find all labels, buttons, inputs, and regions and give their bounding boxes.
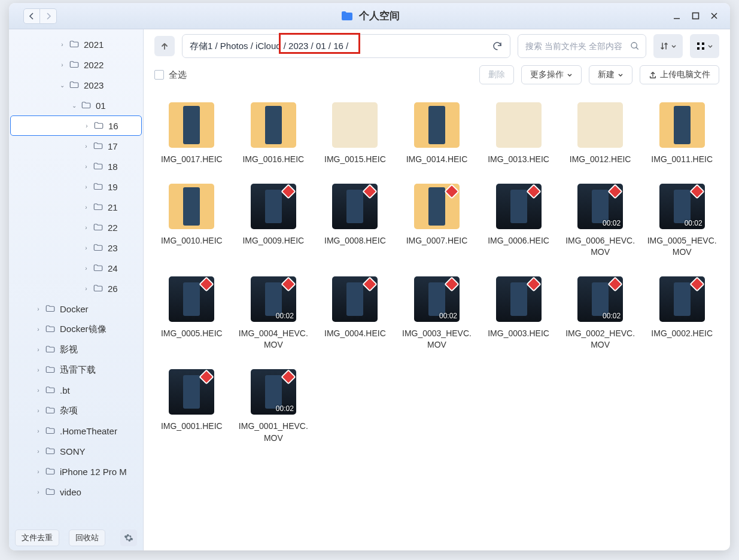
thumbnail: [251, 184, 296, 229]
select-all[interactable]: 全选: [154, 69, 187, 81]
expand-arrow-icon[interactable]: ⌄: [58, 82, 66, 89]
expand-arrow-icon[interactable]: ›: [34, 407, 42, 414]
recycle-button[interactable]: 回收站: [69, 529, 105, 546]
minimize-button[interactable]: [673, 12, 681, 20]
file-item[interactable]: 00:02IMG_0001_HEVC.MOV: [233, 369, 315, 444]
file-item[interactable]: IMG_0016.HEIC: [233, 102, 315, 166]
file-name: IMG_0006.HEIC: [488, 235, 549, 247]
tree-item-18[interactable]: ›18: [10, 156, 142, 176]
expand-arrow-icon[interactable]: ›: [58, 62, 66, 68]
back-button[interactable]: [23, 8, 40, 24]
expand-arrow-icon[interactable]: ›: [82, 143, 90, 150]
file-name: IMG_0011.HEIC: [651, 154, 713, 166]
delete-button[interactable]: 删除: [479, 65, 514, 84]
file-item[interactable]: 00:02IMG_0006_HEVC.MOV: [559, 184, 641, 258]
close-button[interactable]: [710, 12, 718, 20]
settings-button[interactable]: [120, 529, 137, 546]
path-box[interactable]: 存储1 / Photos / iCloud / 2023 / 01 / 16 /: [182, 34, 510, 58]
duration-label: 00:02: [276, 404, 294, 413]
sort-button[interactable]: [653, 34, 683, 58]
tree-item-2023[interactable]: ⌄2023: [10, 75, 142, 95]
tree-item-01[interactable]: ⌄01: [10, 95, 142, 115]
file-item[interactable]: 00:02IMG_0003_HEVC.MOV: [396, 276, 478, 351]
file-item[interactable]: IMG_0004.HEIC: [314, 276, 396, 351]
tree-item-21[interactable]: ›21: [10, 197, 142, 217]
tree-item-video[interactable]: ›video: [10, 482, 142, 502]
file-item[interactable]: IMG_0009.HEIC: [233, 184, 315, 258]
tree-item-杂项[interactable]: ›杂项: [10, 400, 142, 421]
file-item[interactable]: 00:02IMG_0005_HEVC.MOV: [641, 184, 723, 258]
tree-item-23[interactable]: ›23: [10, 238, 142, 258]
dedupe-button[interactable]: 文件去重: [15, 529, 59, 546]
file-item[interactable]: IMG_0002.HEIC: [641, 276, 723, 351]
tree-item-22[interactable]: ›22: [10, 217, 142, 238]
thumbnail: 00:02: [251, 276, 296, 322]
tree-item-24[interactable]: ›24: [10, 258, 142, 278]
file-item[interactable]: IMG_0006.HEIC: [478, 184, 559, 258]
file-item[interactable]: IMG_0012.HEIC: [559, 102, 641, 166]
thumbnail: [332, 184, 378, 229]
badge-icon: [526, 184, 541, 199]
maximize-button[interactable]: [692, 12, 700, 20]
tree-item-26[interactable]: ›26: [10, 278, 142, 299]
more-ops-button[interactable]: 更多操作: [521, 65, 582, 84]
file-item[interactable]: 00:02IMG_0002_HEVC.MOV: [559, 276, 641, 351]
file-item[interactable]: IMG_0013.HEIC: [478, 102, 559, 166]
expand-arrow-icon[interactable]: ›: [34, 346, 42, 353]
tree-item-2022[interactable]: ›2022: [10, 54, 142, 75]
tree-item-iPhone 12 Pro M[interactable]: ›iPhone 12 Pro M: [10, 461, 142, 482]
tree-item-Docker镜像[interactable]: ›Docker镜像: [10, 319, 142, 339]
tree-item-17[interactable]: ›17: [10, 136, 142, 156]
file-item[interactable]: IMG_0017.HEIC: [151, 102, 233, 166]
folder-tree[interactable]: ›2021›2022⌄2023⌄01›16›17›18›19›21›22›23›…: [9, 29, 143, 525]
tree-item-SONY[interactable]: ›SONY: [10, 441, 142, 461]
search-input[interactable]: [525, 41, 630, 51]
file-item[interactable]: IMG_0001.HEIC: [151, 369, 233, 444]
expand-arrow-icon[interactable]: ›: [58, 41, 66, 48]
tree-item-.bt[interactable]: ›.bt: [10, 380, 142, 400]
file-item[interactable]: IMG_0015.HEIC: [314, 102, 396, 166]
expand-arrow-icon[interactable]: ›: [34, 428, 42, 434]
upload-button[interactable]: 上传电脑文件: [640, 65, 719, 84]
expand-arrow-icon[interactable]: ›: [82, 245, 90, 251]
expand-arrow-icon[interactable]: ›: [34, 387, 42, 394]
tree-item-19[interactable]: ›19: [10, 176, 142, 197]
expand-arrow-icon[interactable]: ›: [82, 204, 90, 211]
expand-arrow-icon[interactable]: ›: [82, 224, 90, 231]
tree-item-Docker[interactable]: ›Docker: [10, 299, 142, 319]
tree-item-2021[interactable]: ›2021: [10, 34, 142, 54]
tree-item-.HomeTheater[interactable]: ›.HomeTheater: [10, 421, 142, 441]
expand-arrow-icon[interactable]: ›: [34, 468, 42, 475]
expand-arrow-icon[interactable]: ›: [34, 306, 42, 312]
expand-arrow-icon[interactable]: ›: [34, 326, 42, 333]
expand-arrow-icon[interactable]: ›: [34, 367, 42, 373]
file-item[interactable]: IMG_0014.HEIC: [396, 102, 478, 166]
expand-arrow-icon[interactable]: ›: [82, 265, 90, 272]
view-button[interactable]: [690, 34, 719, 58]
new-button[interactable]: 新建: [589, 65, 632, 84]
tree-item-16[interactable]: ›16: [10, 115, 142, 136]
file-item[interactable]: IMG_0011.HEIC: [641, 102, 723, 166]
tree-item-影视[interactable]: ›影视: [10, 339, 142, 360]
up-button[interactable]: [154, 36, 175, 56]
file-item[interactable]: 00:02IMG_0004_HEVC.MOV: [233, 276, 315, 351]
file-grid[interactable]: IMG_0017.HEICIMG_0016.HEICIMG_0015.HEICI…: [144, 87, 730, 550]
search-box[interactable]: [518, 34, 646, 58]
expand-arrow-icon[interactable]: ›: [82, 163, 90, 170]
tree-item-迅雷下载[interactable]: ›迅雷下载: [10, 360, 142, 380]
checkbox[interactable]: [154, 70, 164, 80]
expand-arrow-icon[interactable]: ›: [83, 123, 91, 129]
file-item[interactable]: IMG_0005.HEIC: [151, 276, 233, 351]
expand-arrow-icon[interactable]: ›: [34, 489, 42, 495]
forward-button[interactable]: [40, 8, 57, 24]
tree-label: 影视: [60, 344, 78, 355]
file-item[interactable]: IMG_0010.HEIC: [151, 184, 233, 258]
expand-arrow-icon[interactable]: ⌄: [70, 102, 78, 109]
refresh-button[interactable]: [492, 41, 503, 51]
expand-arrow-icon[interactable]: ›: [34, 448, 42, 455]
file-item[interactable]: IMG_0007.HEIC: [396, 184, 478, 258]
expand-arrow-icon[interactable]: ›: [82, 184, 90, 190]
file-item[interactable]: IMG_0008.HEIC: [314, 184, 396, 258]
file-item[interactable]: IMG_0003.HEIC: [478, 276, 559, 351]
expand-arrow-icon[interactable]: ›: [82, 285, 90, 292]
